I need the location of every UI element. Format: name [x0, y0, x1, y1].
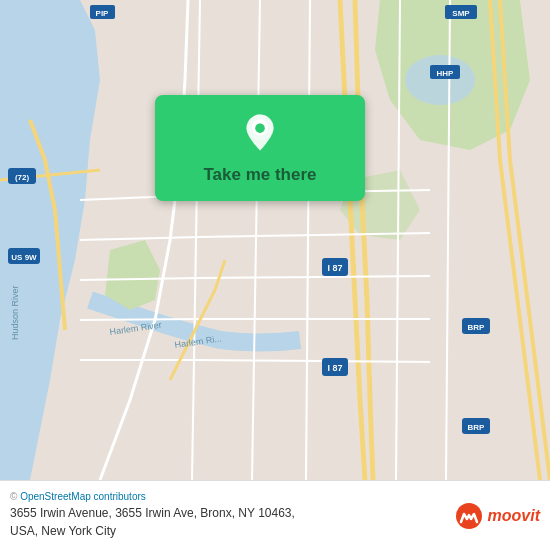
svg-text:US 9W: US 9W [11, 253, 37, 262]
svg-text:SMP: SMP [452, 9, 470, 18]
svg-point-1 [405, 55, 475, 105]
osm-copyright: © [10, 491, 17, 502]
map-area: I 87 I 87 BRP BRP US 9W (72) SMP HHP PIP [0, 0, 550, 480]
map-svg: I 87 I 87 BRP BRP US 9W (72) SMP HHP PIP [0, 0, 550, 480]
svg-text:BRP: BRP [468, 323, 486, 332]
osm-link[interactable]: OpenStreetMap contributors [20, 491, 146, 502]
address-info: © OpenStreetMap contributors 3655 Irwin … [10, 491, 455, 540]
osm-credit: © OpenStreetMap contributors [10, 491, 455, 502]
svg-text:BRP: BRP [468, 423, 486, 432]
app-container: I 87 I 87 BRP BRP US 9W (72) SMP HHP PIP [0, 0, 550, 550]
location-pin-icon [240, 113, 280, 153]
address-line2: USA, New York City [10, 522, 455, 540]
svg-text:I 87: I 87 [327, 263, 342, 273]
svg-text:Hudson River: Hudson River [10, 285, 20, 340]
svg-text:(72): (72) [15, 173, 30, 182]
moovit-icon [455, 502, 483, 530]
svg-text:I 87: I 87 [327, 363, 342, 373]
svg-text:PIP: PIP [96, 9, 110, 18]
take-me-there-button[interactable]: Take me there [203, 165, 316, 185]
svg-text:HHP: HHP [437, 69, 455, 78]
location-card: Take me there [155, 95, 365, 201]
svg-point-25 [255, 123, 265, 133]
moovit-label: moovit [488, 507, 540, 525]
address-line1: 3655 Irwin Avenue, 3655 Irwin Ave, Bronx… [10, 504, 455, 522]
moovit-logo: moovit [455, 502, 540, 530]
bottom-bar: © OpenStreetMap contributors 3655 Irwin … [0, 480, 550, 550]
